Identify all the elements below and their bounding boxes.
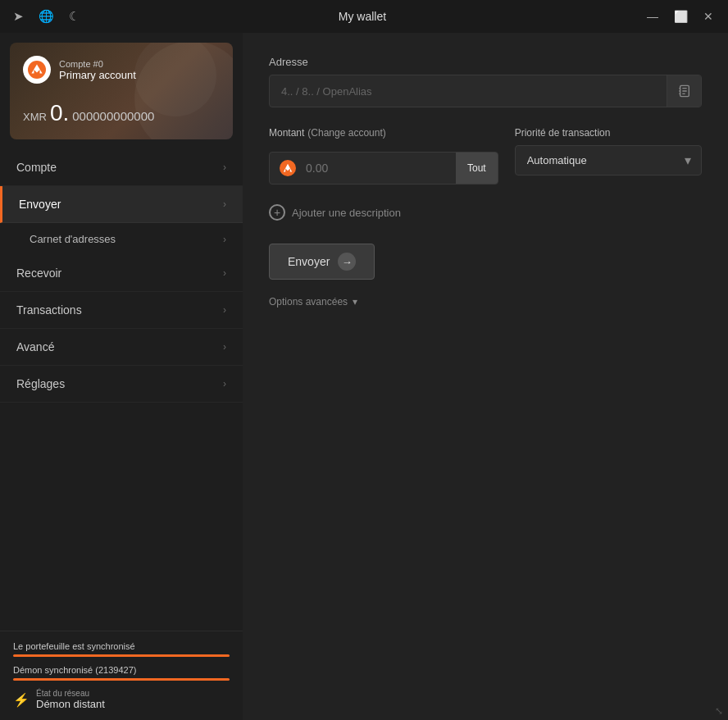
window-title: My wallet <box>82 10 643 23</box>
wallet-sync-label: Le portefeuille est synchronisé <box>13 641 230 651</box>
wallet-balance: XMR 0. 000000000000 <box>23 100 220 126</box>
amount-input-wrap: Tout <box>269 152 498 185</box>
address-input[interactable] <box>270 77 667 106</box>
network-value: Démon distant <box>36 698 105 710</box>
close-button[interactable]: ✕ <box>698 7 718 26</box>
minimize-button[interactable]: — <box>643 7 662 26</box>
advanced-chevron-icon: ▾ <box>353 296 357 308</box>
daemon-sync-bar <box>13 678 230 681</box>
add-description-label: Ajouter une description <box>292 207 401 219</box>
sidebar-item-transactions[interactable]: Transactions › <box>0 292 243 329</box>
address-book-button[interactable] <box>667 75 701 107</box>
account-number: Compte #0 <box>59 59 136 69</box>
add-circle-icon: + <box>269 204 285 221</box>
send-button-label: Envoyer <box>288 255 330 268</box>
send-button[interactable]: Envoyer → <box>269 244 375 280</box>
account-name: Primary account <box>59 69 136 81</box>
maximize-button[interactable]: ⬜ <box>671 7 690 26</box>
chevron-right-icon: › <box>223 378 226 390</box>
network-status: ⚡ État du réseau Démon distant <box>13 689 230 710</box>
priority-select-wrap: Automatique Lente Normale Élevée ▾ <box>515 145 702 175</box>
chevron-right-icon: › <box>223 162 226 173</box>
daemon-sync-label: Démon synchronisé (2139427) <box>13 665 230 675</box>
advanced-options-label: Options avancées <box>269 296 348 308</box>
chevron-right-icon: › <box>223 198 226 210</box>
sidebar-item-carnet[interactable]: Carnet d'adresses › <box>0 223 243 255</box>
select-arrow-icon: ▾ <box>675 153 701 168</box>
amount-priority-row: Montant (Change account) Tout Priorité d… <box>269 127 702 185</box>
wallet-card-info: Compte #0 Primary account <box>59 59 136 81</box>
balance-whole: 0. <box>50 100 69 126</box>
chevron-right-icon: › <box>223 234 226 245</box>
sidebar-item-compte-label: Compte <box>16 161 57 174</box>
address-label: Adresse <box>269 56 702 68</box>
sidebar-item-transactions-label: Transactions <box>16 303 82 317</box>
amount-label: Montant <box>269 127 304 139</box>
sidebar-item-reglages[interactable]: Réglages › <box>0 366 243 403</box>
amount-section: Montant (Change account) Tout <box>269 127 498 185</box>
network-info: État du réseau Démon distant <box>36 689 105 710</box>
chevron-right-icon: › <box>223 341 226 353</box>
network-label: État du réseau <box>36 689 105 698</box>
moon-icon[interactable]: ☾ <box>66 8 82 25</box>
title-bar: ➤ 🌐 ☾ My wallet — ⬜ ✕ <box>0 0 728 33</box>
lightning-icon: ⚡ <box>13 692 30 708</box>
sidebar-item-reglages-label: Réglages <box>16 377 65 390</box>
priority-label: Priorité de transaction <box>515 127 702 139</box>
main-container: Compte #0 Primary account XMR 0. 0000000… <box>0 33 728 720</box>
wallet-sync-bar <box>13 654 230 657</box>
resize-handle[interactable]: ⤡ <box>715 705 723 717</box>
sidebar-item-envoyer-label: Envoyer <box>19 198 61 211</box>
wallet-card: Compte #0 Primary account XMR 0. 0000000… <box>10 43 233 139</box>
sidebar-item-carnet-label: Carnet d'adresses <box>30 233 116 245</box>
sidebar-item-recevoir[interactable]: Recevoir › <box>0 255 243 292</box>
priority-select[interactable]: Automatique Lente Normale Élevée <box>516 146 675 175</box>
chevron-right-icon: › <box>223 267 226 279</box>
sidebar: Compte #0 Primary account XMR 0. 0000000… <box>0 33 243 720</box>
wallet-card-header: Compte #0 Primary account <box>23 56 220 84</box>
balance-currency: XMR <box>23 111 47 123</box>
globe-icon[interactable]: 🌐 <box>38 8 54 25</box>
advanced-options[interactable]: Options avancées ▾ <box>269 296 702 308</box>
priority-section: Priorité de transaction Automatique Lent… <box>515 127 702 185</box>
sidebar-item-avance[interactable]: Avancé › <box>0 329 243 366</box>
amount-input[interactable] <box>299 153 456 183</box>
all-button[interactable]: Tout <box>456 153 498 184</box>
sidebar-item-avance-label: Avancé <box>16 340 54 353</box>
address-input-wrap <box>269 75 702 107</box>
sidebar-item-envoyer[interactable]: Envoyer › <box>0 186 243 223</box>
window-controls: — ⬜ ✕ <box>643 7 718 26</box>
balance-decimal: 000000000000 <box>72 109 154 123</box>
change-account-label[interactable]: (Change account) <box>307 127 385 139</box>
monero-icon <box>270 153 299 184</box>
monero-logo <box>23 56 51 84</box>
title-bar-left: ➤ 🌐 ☾ <box>10 8 82 25</box>
nav-section: Compte › Envoyer › Carnet d'adresses › R… <box>0 149 243 631</box>
content-area: Adresse Montant (Change acc <box>243 33 728 720</box>
chevron-right-icon: › <box>223 304 226 316</box>
sidebar-item-compte[interactable]: Compte › <box>0 149 243 186</box>
send-arrow-icon: → <box>338 253 356 271</box>
sync-status: Le portefeuille est synchronisé Démon sy… <box>0 631 243 720</box>
sidebar-item-recevoir-label: Recevoir <box>16 267 61 280</box>
add-description[interactable]: + Ajouter une description <box>269 204 702 221</box>
send-icon[interactable]: ➤ <box>10 8 26 25</box>
